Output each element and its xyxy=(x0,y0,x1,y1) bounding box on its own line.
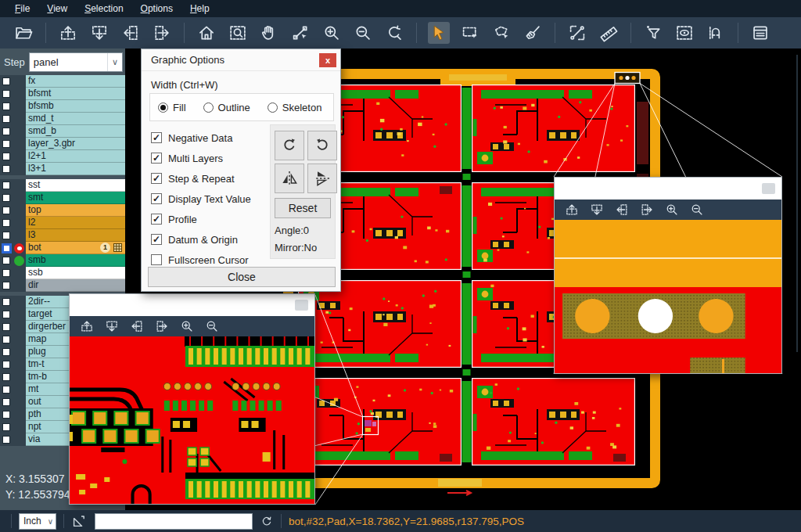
menu-view[interactable]: View xyxy=(38,0,76,17)
layer-name[interactable]: smb xyxy=(26,254,125,267)
layer-checkbox[interactable] xyxy=(0,346,13,358)
layer-row-l2[interactable]: l2 xyxy=(0,217,125,229)
layer-checkbox[interactable] xyxy=(0,125,13,138)
close-icon[interactable]: x xyxy=(319,53,336,67)
zoom-out-icon[interactable] xyxy=(688,201,706,218)
layer-row-l2+1[interactable]: l2+1 xyxy=(0,150,125,163)
unit-select[interactable]: Inch ∨ xyxy=(19,513,56,530)
layer-row-bfsmt[interactable]: bfsmt xyxy=(0,88,125,100)
layer-checkbox[interactable] xyxy=(0,113,13,125)
window-button-icon[interactable] xyxy=(762,183,775,194)
layer-row-smd_b[interactable]: smd_b xyxy=(0,125,125,138)
checkbox-step-repeat[interactable]: ✓Step & Repeat xyxy=(151,168,251,189)
pad-left-icon[interactable] xyxy=(120,22,142,44)
magnifier-right-title-bar[interactable] xyxy=(555,178,781,200)
zoom-in-icon[interactable] xyxy=(663,201,681,218)
flip-horizontal-button[interactable] xyxy=(275,164,304,193)
layer-row-smd_t[interactable]: smd_t xyxy=(0,113,125,125)
layer-checkbox[interactable] xyxy=(0,308,13,321)
zoom-in-icon[interactable] xyxy=(321,22,343,44)
clean-brush-icon[interactable] xyxy=(522,22,544,44)
layer-checkbox[interactable] xyxy=(0,242,13,254)
layer-row-sst[interactable]: sst xyxy=(0,179,125,192)
checkbox-datum-origin[interactable]: ✓Datum & Origin xyxy=(151,229,251,250)
reset-button[interactable]: Reset xyxy=(275,198,331,218)
menu-options[interactable]: Options xyxy=(132,0,181,17)
layer-row-ssb[interactable]: ssb xyxy=(0,267,125,279)
layer-row-top[interactable]: top xyxy=(0,204,125,217)
zoom-out-icon[interactable] xyxy=(203,318,221,335)
layer-checkbox[interactable] xyxy=(0,88,13,100)
poly-select-icon[interactable] xyxy=(490,22,512,44)
close-button[interactable]: Close xyxy=(148,267,336,287)
menu-file[interactable]: File xyxy=(6,0,38,17)
radio-skeleton[interactable]: Skeleton xyxy=(268,102,322,113)
step-select[interactable]: panel ∨ xyxy=(29,52,123,72)
layer-checkbox[interactable] xyxy=(0,217,13,229)
pad-up-icon[interactable] xyxy=(77,318,96,335)
checkbox-negative-data[interactable]: ✓Negative Data xyxy=(151,128,251,148)
layer-row-fx[interactable]: fx xyxy=(0,75,125,88)
pad-up-icon[interactable] xyxy=(57,22,79,44)
zoom-previous-icon[interactable] xyxy=(383,22,405,44)
layer-name[interactable]: bot1 xyxy=(26,242,125,254)
layer-name[interactable]: ssb xyxy=(26,267,125,279)
checkbox-multi-layers[interactable]: ✓Multi Layers xyxy=(151,148,251,168)
layer-name[interactable]: bfsmt xyxy=(26,88,125,100)
layer-checkbox[interactable] xyxy=(0,163,13,175)
pad-left-icon[interactable] xyxy=(612,201,631,218)
layer-row-smt[interactable]: smt xyxy=(0,192,125,204)
snap-icon[interactable] xyxy=(705,22,727,44)
layer-checkbox[interactable] xyxy=(0,433,13,446)
layers-panel-icon[interactable] xyxy=(749,22,771,44)
layer-checkbox[interactable] xyxy=(0,138,13,150)
layer-name[interactable]: smt xyxy=(26,192,125,204)
set-square-icon[interactable] xyxy=(71,513,87,529)
layer-name[interactable]: dir xyxy=(26,279,125,292)
pad-down-icon[interactable] xyxy=(102,318,121,335)
layer-row-smb[interactable]: smb xyxy=(0,254,125,267)
layer-checkbox[interactable] xyxy=(0,321,13,333)
layer-checkbox[interactable] xyxy=(0,333,13,346)
radio-fill[interactable]: Fill xyxy=(158,102,186,113)
layer-checkbox[interactable] xyxy=(0,229,13,242)
pad-left-icon[interactable] xyxy=(128,318,146,335)
layer-row-dir[interactable]: dir xyxy=(0,279,125,292)
rotate-ccw-button[interactable] xyxy=(307,131,337,160)
layer-row-l3+1[interactable]: l3+1 xyxy=(0,163,125,175)
window-button-icon[interactable] xyxy=(295,300,308,311)
pad-down-icon[interactable] xyxy=(587,201,606,218)
pad-right-icon[interactable] xyxy=(151,22,173,44)
zoom-out-icon[interactable] xyxy=(352,22,374,44)
command-input[interactable] xyxy=(95,513,253,530)
open-icon[interactable] xyxy=(13,22,34,44)
rect-select-icon[interactable] xyxy=(459,22,481,44)
magnifier-right-canvas[interactable] xyxy=(555,220,781,373)
layer-checkbox[interactable] xyxy=(0,150,13,163)
pan-icon[interactable] xyxy=(258,22,280,44)
layer-checkbox[interactable] xyxy=(0,396,13,408)
layer-row-bfsmb[interactable]: bfsmb xyxy=(0,100,125,113)
layer-checkbox[interactable] xyxy=(0,358,13,371)
pad-right-icon[interactable] xyxy=(638,201,656,218)
magnifier-left-canvas[interactable] xyxy=(70,336,314,504)
layer-checkbox[interactable] xyxy=(0,75,13,88)
layer-name[interactable]: bfsmb xyxy=(26,100,125,113)
layer-checkbox[interactable] xyxy=(0,267,13,279)
layer-name[interactable]: sst xyxy=(26,179,125,192)
pad-down-icon[interactable] xyxy=(88,22,110,44)
checkbox-display-text-value[interactable]: ✓Display Text Value xyxy=(151,189,251,209)
layer-name[interactable]: l3 xyxy=(26,229,125,242)
layer-name[interactable]: fx xyxy=(26,75,125,88)
layer-checkbox[interactable] xyxy=(0,204,13,217)
layer-name[interactable]: smd_t xyxy=(26,113,125,125)
layer-row-bot[interactable]: bot1 xyxy=(0,242,125,254)
menu-help[interactable]: Help xyxy=(181,0,218,17)
layer-checkbox[interactable] xyxy=(0,100,13,113)
layer-checkbox[interactable] xyxy=(0,383,13,396)
layer-name[interactable]: top xyxy=(26,204,125,217)
layer-checkbox[interactable] xyxy=(0,192,13,204)
layer-checkbox[interactable] xyxy=(0,371,13,383)
rotate-cw-button[interactable] xyxy=(275,131,304,160)
layer-checkbox[interactable] xyxy=(0,296,13,308)
